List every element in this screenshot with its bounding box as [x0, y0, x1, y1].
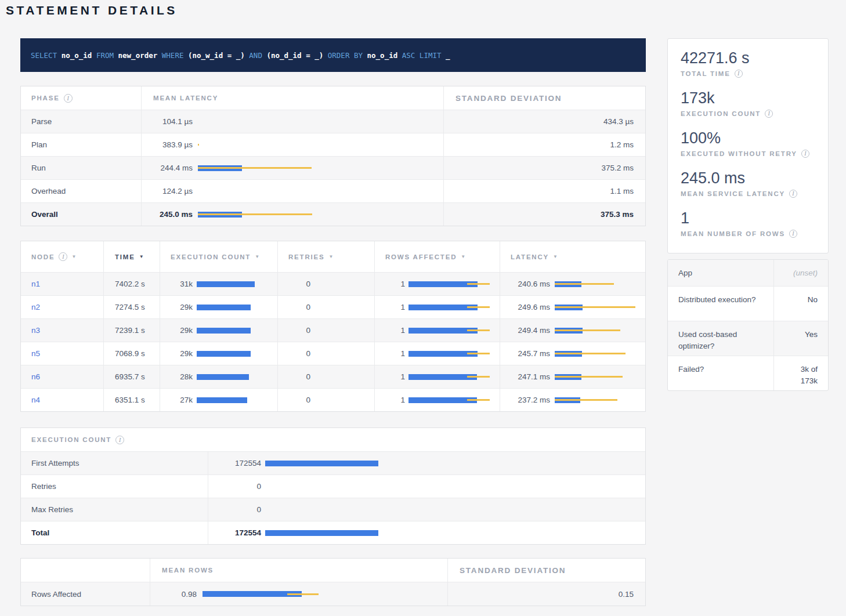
info-icon[interactable]: i [801, 150, 809, 158]
execution-count-value: 31k [171, 280, 193, 288]
execution-count-bar [197, 372, 277, 382]
table-row: Run 244.4 ms 375.2 ms [21, 156, 645, 179]
table-row: Rows Affected 0.98 0.15 [21, 582, 645, 606]
node-column-header[interactable]: NODEi▼ [21, 241, 103, 272]
node-link[interactable]: n5 [31, 349, 40, 358]
execution-count-table-header: EXECUTION COUNTi [21, 428, 645, 451]
latency-header-label: LATENCY [511, 253, 549, 260]
node-link[interactable]: n2 [31, 303, 40, 311]
info-icon[interactable]: i [765, 110, 773, 118]
summary-stats-card: 42271.6 s TOTAL TIMEi 173k EXECUTION COU… [667, 38, 829, 253]
latency-bar [198, 210, 443, 219]
app-row: Failed? 3k of 173k [668, 356, 828, 390]
execution-count-bar [265, 459, 634, 468]
phase-column-header: PHASEi [21, 86, 141, 110]
info-icon[interactable]: i [59, 252, 67, 261]
stddev-bar-yellow [467, 306, 490, 308]
rows-affected-value: 1 [385, 326, 405, 335]
latency-bar [555, 280, 637, 289]
stat-value: 1 [681, 208, 815, 228]
info-icon[interactable]: i [789, 230, 797, 238]
execution-count-value: 29k [171, 326, 193, 335]
sql-identifier: (no_w_id = _) [188, 51, 249, 60]
stat-value: 100% [681, 128, 815, 148]
execution-count-bar [265, 505, 634, 514]
stat-label: MEAN SERVICE LATENCYi [681, 188, 815, 200]
latency-bar [198, 164, 443, 173]
stddev-bar-yellow [467, 399, 490, 401]
execution-count-column-header[interactable]: EXECUTION COUNT▼ [160, 241, 277, 272]
mean-rows-value: 0.98 [162, 590, 197, 599]
app-row-label: App [668, 260, 774, 286]
stddev-bar-yellow [555, 306, 635, 308]
stat-label-text: MEAN SERVICE LATENCY [681, 188, 785, 200]
rows-affected-label: Rows Affected [21, 582, 150, 606]
info-icon[interactable]: i [64, 94, 73, 103]
phase-label: Overall [21, 203, 141, 226]
node-link[interactable]: n6 [31, 372, 40, 381]
node-link[interactable]: n1 [31, 280, 40, 288]
app-row-label: Distributed execution? [668, 287, 774, 321]
execution-count-bar [265, 528, 634, 538]
stddev-value: 375.3 ms [443, 203, 645, 226]
stddev-bar-yellow [555, 329, 620, 331]
stat-label: EXECUTION COUNTi [681, 108, 815, 119]
sql-statement-box: SELECT no_o_id FROM new_order WHERE (no_… [20, 38, 646, 72]
table-row-total: Total 172554 [21, 521, 645, 544]
rows-affected-bar [408, 280, 500, 289]
stddev-column-header: STANDARD DEVIATION [443, 86, 645, 110]
node-link[interactable]: n4 [31, 396, 40, 404]
phase-label: Parse [21, 110, 141, 133]
rows-affected-value: 1 [385, 396, 405, 404]
app-row-value: (unset) [774, 260, 828, 286]
node-link[interactable]: n3 [31, 326, 40, 335]
sql-keyword: ORDER BY [328, 51, 367, 60]
table-row-overall: Overall 245.0 ms 375.3 ms [21, 202, 645, 226]
app-row-label: Used cost-based optimizer? [668, 321, 774, 356]
execution-count-bar [265, 482, 634, 491]
table-row: Parse 104.1 µs 434.3 µs [21, 110, 645, 133]
stat-label: TOTAL TIMEi [681, 68, 815, 79]
retries-value: 0 [288, 326, 310, 335]
latency-column-header[interactable]: LATENCY▼ [500, 241, 645, 272]
stddev-bar-yellow [467, 353, 490, 354]
sql-keyword: WHERE [162, 51, 188, 60]
table-row: First Attempts 172554 [21, 451, 645, 474]
info-icon[interactable]: i [735, 70, 743, 78]
sort-arrow-icon: ▼ [255, 254, 261, 259]
stat-value: 245.0 ms [681, 168, 815, 188]
execution-count-header-label: EXECUTION COUNT [171, 253, 251, 260]
sql-identifier: _ [446, 51, 450, 60]
exec-row-label: First Attempts [21, 452, 208, 474]
node-row: n2 7274.5 s 29k 0 1 249.6 ms [21, 295, 645, 318]
execution-count-bar [197, 396, 277, 405]
stddev-header-label: STANDARD DEVIATION [460, 566, 566, 575]
latency-bar [555, 349, 637, 358]
phase-label: Plan [21, 133, 141, 156]
stddev-bar-yellow [287, 593, 319, 595]
info-icon[interactable]: i [115, 436, 124, 444]
exec-row-label: Total [21, 521, 208, 544]
time-value: 6351.1 s [103, 389, 160, 411]
execution-count-bar [197, 349, 277, 358]
latency-value: 249.6 ms [511, 303, 550, 311]
latency-value: 245.7 ms [511, 349, 550, 358]
execution-count-bar [197, 280, 277, 289]
rows-affected-column-header[interactable]: ROWS AFFECTED▼ [374, 241, 500, 272]
rows-affected-bar [408, 372, 500, 382]
node-row: n6 6935.7 s 28k 0 1 247.1 ms [21, 365, 645, 388]
sql-keyword: AND [249, 51, 266, 60]
execution-count-title: EXECUTION COUNTi [21, 428, 124, 451]
exec-row-value: 172554 [220, 459, 261, 468]
app-details-card: App (unset) Distributed execution? No Us… [667, 259, 829, 391]
retries-column-header[interactable]: RETRIES▼ [277, 241, 374, 272]
time-column-header[interactable]: TIME▼ [103, 241, 160, 272]
app-row-label: Failed? [668, 356, 774, 390]
stddev-value: 375.2 ms [443, 157, 645, 179]
stddev-value: 1.1 ms [443, 180, 645, 202]
info-icon[interactable]: i [789, 190, 797, 198]
mean-latency-value: 383.9 µs [153, 140, 193, 149]
node-row: n5 7068.9 s 29k 0 1 245.7 ms [21, 342, 645, 365]
phase-header-label: PHASE [31, 95, 60, 102]
stat-value: 42271.6 s [681, 48, 815, 68]
